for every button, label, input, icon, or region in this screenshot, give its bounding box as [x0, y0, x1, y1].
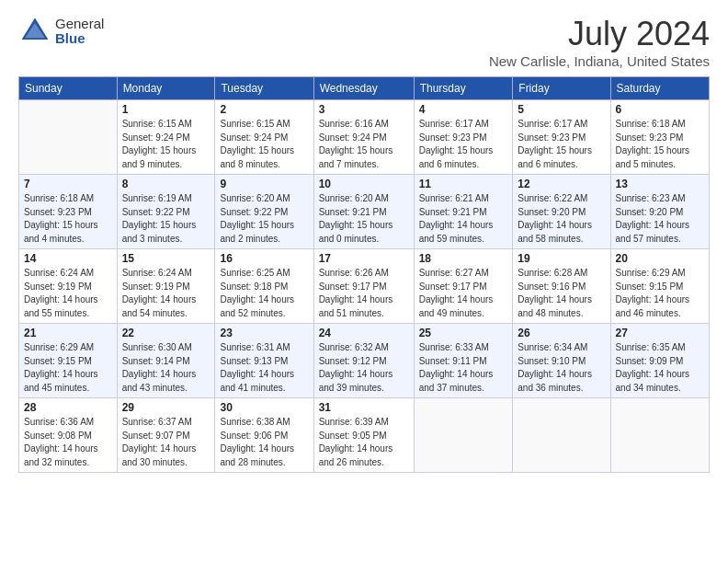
day-info: Sunrise: 6:29 AM Sunset: 9:15 PM Dayligh…	[24, 341, 112, 395]
day-info: Sunrise: 6:17 AM Sunset: 9:23 PM Dayligh…	[518, 118, 605, 171]
day-info: Sunrise: 6:21 AM Sunset: 9:21 PM Dayligh…	[419, 192, 508, 246]
day-info: Sunrise: 6:39 AM Sunset: 9:05 PM Dayligh…	[319, 416, 409, 469]
day-number: 3	[319, 103, 409, 116]
day-number: 24	[319, 327, 409, 339]
day-number: 16	[220, 252, 308, 265]
col-sunday: Sunday	[19, 77, 118, 100]
day-info: Sunrise: 6:29 AM Sunset: 9:15 PM Dayligh…	[616, 267, 704, 320]
col-monday: Monday	[117, 77, 215, 100]
calendar-week-row: 21Sunrise: 6:29 AM Sunset: 9:15 PM Dayli…	[19, 324, 710, 398]
table-row: 29Sunrise: 6:37 AM Sunset: 9:07 PM Dayli…	[117, 398, 215, 473]
day-info: Sunrise: 6:24 AM Sunset: 9:19 PM Dayligh…	[122, 267, 210, 320]
logo-text: General Blue	[55, 17, 104, 47]
day-number: 29	[122, 401, 210, 414]
table-row: 7Sunrise: 6:18 AM Sunset: 9:23 PM Daylig…	[19, 175, 118, 249]
table-row: 1Sunrise: 6:15 AM Sunset: 9:24 PM Daylig…	[117, 100, 215, 175]
calendar-table: Sunday Monday Tuesday Wednesday Thursday…	[18, 76, 710, 473]
day-number: 1	[122, 103, 210, 116]
day-info: Sunrise: 6:32 AM Sunset: 9:12 PM Dayligh…	[319, 341, 409, 395]
day-info: Sunrise: 6:33 AM Sunset: 9:11 PM Dayligh…	[419, 341, 508, 395]
main-title: July 2024	[489, 15, 710, 53]
table-row: 10Sunrise: 6:20 AM Sunset: 9:21 PM Dayli…	[313, 175, 414, 249]
table-row: 11Sunrise: 6:21 AM Sunset: 9:21 PM Dayli…	[414, 175, 513, 249]
table-row: 21Sunrise: 6:29 AM Sunset: 9:15 PM Dayli…	[19, 324, 118, 398]
table-row: 9Sunrise: 6:20 AM Sunset: 9:22 PM Daylig…	[215, 175, 313, 249]
day-info: Sunrise: 6:18 AM Sunset: 9:23 PM Dayligh…	[24, 192, 112, 246]
subtitle: New Carlisle, Indiana, United States	[489, 53, 710, 69]
day-number: 5	[518, 103, 605, 116]
table-row: 16Sunrise: 6:25 AM Sunset: 9:18 PM Dayli…	[215, 249, 313, 324]
table-row	[414, 398, 513, 473]
day-info: Sunrise: 6:22 AM Sunset: 9:20 PM Dayligh…	[518, 192, 605, 246]
col-tuesday: Tuesday	[215, 77, 313, 100]
table-row: 18Sunrise: 6:27 AM Sunset: 9:17 PM Dayli…	[414, 249, 513, 324]
table-row: 12Sunrise: 6:22 AM Sunset: 9:20 PM Dayli…	[513, 175, 610, 249]
header: General Blue July 2024 New Carlisle, Ind…	[18, 15, 710, 69]
day-info: Sunrise: 6:36 AM Sunset: 9:08 PM Dayligh…	[24, 416, 112, 469]
table-row: 4Sunrise: 6:17 AM Sunset: 9:23 PM Daylig…	[414, 100, 513, 175]
table-row	[513, 398, 610, 473]
table-row: 31Sunrise: 6:39 AM Sunset: 9:05 PM Dayli…	[313, 398, 414, 473]
table-row: 15Sunrise: 6:24 AM Sunset: 9:19 PM Dayli…	[117, 249, 215, 324]
day-number: 21	[24, 327, 112, 339]
day-info: Sunrise: 6:31 AM Sunset: 9:13 PM Dayligh…	[220, 341, 308, 395]
day-info: Sunrise: 6:35 AM Sunset: 9:09 PM Dayligh…	[616, 341, 704, 395]
table-row: 20Sunrise: 6:29 AM Sunset: 9:15 PM Dayli…	[610, 249, 709, 324]
table-row: 19Sunrise: 6:28 AM Sunset: 9:16 PM Dayli…	[513, 249, 610, 324]
day-number: 19	[518, 252, 605, 265]
day-number: 30	[220, 401, 308, 414]
logo-general: General	[55, 17, 104, 32]
day-info: Sunrise: 6:24 AM Sunset: 9:19 PM Dayligh…	[24, 267, 112, 320]
table-row: 27Sunrise: 6:35 AM Sunset: 9:09 PM Dayli…	[610, 324, 709, 398]
day-info: Sunrise: 6:30 AM Sunset: 9:14 PM Dayligh…	[122, 341, 210, 395]
day-info: Sunrise: 6:15 AM Sunset: 9:24 PM Dayligh…	[220, 118, 308, 171]
day-info: Sunrise: 6:17 AM Sunset: 9:23 PM Dayligh…	[419, 118, 508, 171]
table-row: 17Sunrise: 6:26 AM Sunset: 9:17 PM Dayli…	[313, 249, 414, 324]
day-number: 10	[319, 178, 409, 190]
table-row: 8Sunrise: 6:19 AM Sunset: 9:22 PM Daylig…	[117, 175, 215, 249]
title-block: July 2024 New Carlisle, Indiana, United …	[489, 15, 710, 69]
col-friday: Friday	[513, 77, 610, 100]
day-info: Sunrise: 6:34 AM Sunset: 9:10 PM Dayligh…	[518, 341, 605, 395]
calendar-header-row: Sunday Monday Tuesday Wednesday Thursday…	[19, 77, 710, 100]
table-row: 25Sunrise: 6:33 AM Sunset: 9:11 PM Dayli…	[414, 324, 513, 398]
day-number: 27	[616, 327, 704, 339]
day-info: Sunrise: 6:15 AM Sunset: 9:24 PM Dayligh…	[122, 118, 210, 171]
table-row: 14Sunrise: 6:24 AM Sunset: 9:19 PM Dayli…	[19, 249, 118, 324]
day-info: Sunrise: 6:20 AM Sunset: 9:22 PM Dayligh…	[220, 192, 308, 246]
table-row: 5Sunrise: 6:17 AM Sunset: 9:23 PM Daylig…	[513, 100, 610, 175]
day-info: Sunrise: 6:18 AM Sunset: 9:23 PM Dayligh…	[616, 118, 704, 171]
table-row	[19, 100, 118, 175]
day-number: 23	[220, 327, 308, 339]
table-row: 28Sunrise: 6:36 AM Sunset: 9:08 PM Dayli…	[19, 398, 118, 473]
day-info: Sunrise: 6:38 AM Sunset: 9:06 PM Dayligh…	[220, 416, 308, 469]
day-number: 7	[24, 178, 112, 190]
table-row: 23Sunrise: 6:31 AM Sunset: 9:13 PM Dayli…	[215, 324, 313, 398]
day-info: Sunrise: 6:23 AM Sunset: 9:20 PM Dayligh…	[616, 192, 704, 246]
calendar-week-row: 7Sunrise: 6:18 AM Sunset: 9:23 PM Daylig…	[19, 175, 710, 249]
table-row: 22Sunrise: 6:30 AM Sunset: 9:14 PM Dayli…	[117, 324, 215, 398]
calendar-week-row: 1Sunrise: 6:15 AM Sunset: 9:24 PM Daylig…	[19, 100, 710, 175]
day-info: Sunrise: 6:28 AM Sunset: 9:16 PM Dayligh…	[518, 267, 605, 320]
day-number: 14	[24, 252, 112, 265]
day-number: 8	[122, 178, 210, 190]
day-info: Sunrise: 6:26 AM Sunset: 9:17 PM Dayligh…	[319, 267, 409, 320]
day-number: 15	[122, 252, 210, 265]
day-number: 2	[220, 103, 308, 116]
col-thursday: Thursday	[414, 77, 513, 100]
table-row	[610, 398, 709, 473]
table-row: 30Sunrise: 6:38 AM Sunset: 9:06 PM Dayli…	[215, 398, 313, 473]
day-number: 26	[518, 327, 605, 339]
table-row: 3Sunrise: 6:16 AM Sunset: 9:24 PM Daylig…	[313, 100, 414, 175]
day-number: 6	[616, 103, 704, 116]
calendar-week-row: 28Sunrise: 6:36 AM Sunset: 9:08 PM Dayli…	[19, 398, 710, 473]
day-number: 13	[616, 178, 704, 190]
page: General Blue July 2024 New Carlisle, Ind…	[0, 0, 728, 563]
table-row: 13Sunrise: 6:23 AM Sunset: 9:20 PM Dayli…	[610, 175, 709, 249]
col-wednesday: Wednesday	[313, 77, 414, 100]
table-row: 24Sunrise: 6:32 AM Sunset: 9:12 PM Dayli…	[313, 324, 414, 398]
day-info: Sunrise: 6:20 AM Sunset: 9:21 PM Dayligh…	[319, 192, 409, 246]
day-number: 25	[419, 327, 508, 339]
day-info: Sunrise: 6:25 AM Sunset: 9:18 PM Dayligh…	[220, 267, 308, 320]
table-row: 6Sunrise: 6:18 AM Sunset: 9:23 PM Daylig…	[610, 100, 709, 175]
